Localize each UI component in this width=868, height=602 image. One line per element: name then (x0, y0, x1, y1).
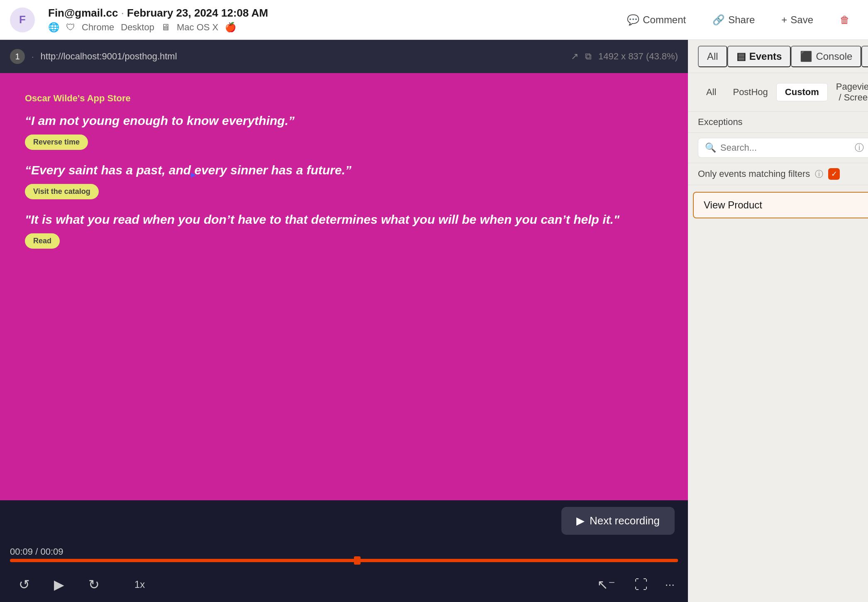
tab-all-label: All (707, 51, 718, 62)
console-icon: ⬛ (800, 51, 812, 62)
rewind-button[interactable]: ↺ (13, 574, 35, 595)
search-row: 🔍 ⓘ Relative 🕐 ▶ (688, 133, 868, 163)
sub-tab-custom[interactable]: Custom (776, 83, 828, 101)
avatar: F (10, 7, 35, 32)
top-bar: F Fin@gmail.cc · February 23, 2024 12:08… (0, 0, 868, 40)
events-panel: All ▤ Events ⬛ Console ◎ Network ✕ All P… (688, 40, 868, 602)
visit-catalog-button[interactable]: Visit the catalog (25, 184, 99, 199)
os-info: Mac OS X (177, 22, 218, 33)
comment-button[interactable]: 💬 Comment (619, 10, 694, 30)
search-input[interactable] (720, 142, 851, 153)
tab-events-label: Events (749, 51, 782, 62)
url-bar: 1 · http://localhost:9001/posthog.html ↗… (0, 40, 688, 73)
shield-icon: 🛡 (66, 22, 75, 33)
events-icon: ▤ (736, 51, 746, 62)
url-separator: · (32, 52, 34, 61)
progress-track[interactable] (10, 559, 678, 562)
url-text[interactable]: http://localhost:9001/posthog.html (41, 51, 564, 62)
fast-forward-button[interactable]: ↻ (83, 574, 105, 595)
progress-thumb[interactable] (354, 556, 361, 565)
more-options-button[interactable]: ··· (665, 578, 675, 591)
play-pause-button[interactable]: ▶ (48, 574, 70, 595)
top-bar-actions: 💬 Comment 🔗 Share + Save 🗑 (619, 10, 858, 30)
progress-bar-container[interactable]: 00:09 / 00:09 (0, 541, 688, 567)
filter-checkbox[interactable] (828, 168, 840, 180)
viewport-size: 1492 x 837 (43.8%) (598, 51, 678, 62)
plus-icon: + (781, 14, 787, 26)
exceptions-label: Exceptions (698, 117, 743, 127)
save-button[interactable]: + Save (773, 10, 822, 30)
content-area: 1 · http://localhost:9001/posthog.html ↗… (0, 40, 868, 602)
reverse-time-button[interactable]: Reverse time (25, 135, 88, 150)
globe-icon: 🌐 (48, 22, 59, 33)
monitor-icon: 🖥 (161, 22, 170, 33)
sub-tab-all[interactable]: All (698, 83, 724, 101)
controls-row: ↺ ▶ ↻ 1x ↖⁻ ⛶ ··· (0, 567, 688, 602)
events-list: View Product 00:01 (688, 185, 868, 577)
next-recording-area: ▶ Next recording (0, 500, 688, 541)
progress-fill (10, 559, 678, 562)
filter-label: Only events matching filters (698, 169, 810, 179)
next-recording-button[interactable]: ▶ Next recording (561, 507, 675, 535)
browser-info: Chrome (82, 22, 114, 33)
search-icon: 🔍 (705, 142, 716, 153)
search-box[interactable]: 🔍 ⓘ (698, 138, 868, 158)
quote-3: "It is what you read when you don’t have… (25, 213, 663, 227)
app-title: Oscar Wilde's App Store (25, 93, 663, 104)
device-info: Desktop (121, 22, 154, 33)
share-button[interactable]: 🔗 Share (704, 10, 763, 30)
play-icon: ▶ (576, 514, 585, 527)
delete-button[interactable]: 🗑 (831, 10, 858, 30)
sub-tabs: All PostHog Custom Pageview / Screen Aut… (688, 73, 868, 112)
tab-network[interactable]: ◎ Network (861, 46, 868, 67)
filter-row: Only events matching filters ⓘ (688, 163, 868, 185)
speed-button[interactable]: 1x (134, 579, 145, 590)
trash-icon: 🗑 (840, 14, 850, 26)
pointer-mode-button[interactable]: ↖⁻ (595, 574, 617, 595)
tab-console-label: Console (816, 51, 852, 62)
tab-console[interactable]: ⬛ Console (791, 46, 861, 67)
tab-number: 1 (10, 49, 25, 64)
event-name: View Product (704, 199, 868, 211)
filter-info-icon[interactable]: ⓘ (815, 169, 823, 180)
sub-tab-pageview[interactable]: Pageview / Screen (828, 78, 868, 106)
search-info-icon[interactable]: ⓘ (855, 142, 864, 154)
external-link-icon[interactable]: ↗ (571, 51, 578, 62)
time-display: 00:09 / 00:09 (10, 545, 678, 559)
cursor-pointer (191, 173, 201, 183)
quote-2: “Every saint has a past, and every sinne… (25, 163, 663, 177)
event-item-view-product[interactable]: View Product 00:01 (693, 192, 868, 218)
player-panel: 1 · http://localhost:9001/posthog.html ↗… (0, 40, 688, 602)
apple-icon: 🍎 (225, 22, 236, 33)
top-bar-info: Fin@gmail.cc · February 23, 2024 12:08 A… (48, 7, 268, 33)
events-header: All ▤ Events ⬛ Console ◎ Network ✕ (688, 40, 868, 73)
share-icon: 🔗 (712, 14, 725, 26)
sub-tab-posthog[interactable]: PostHog (724, 83, 776, 101)
tab-all[interactable]: All (698, 46, 727, 67)
quote-1: “I am not young enough to know everythin… (25, 114, 663, 128)
top-bar-meta: 🌐 🛡 Chrome Desktop 🖥 Mac OS X 🍎 (48, 22, 268, 33)
video-area: Oscar Wilde's App Store “I am not young … (0, 73, 688, 500)
comment-icon: 💬 (627, 14, 639, 26)
user-email: Fin@gmail.cc · February 23, 2024 12:08 A… (48, 7, 268, 20)
exceptions-row: Exceptions (688, 112, 868, 133)
timeline-marker-area (688, 577, 868, 602)
fullscreen-button[interactable]: ⛶ (630, 574, 652, 595)
tab-events[interactable]: ▤ Events (727, 46, 791, 67)
read-button[interactable]: Read (25, 233, 60, 249)
copy-icon[interactable]: ⧉ (585, 51, 592, 62)
